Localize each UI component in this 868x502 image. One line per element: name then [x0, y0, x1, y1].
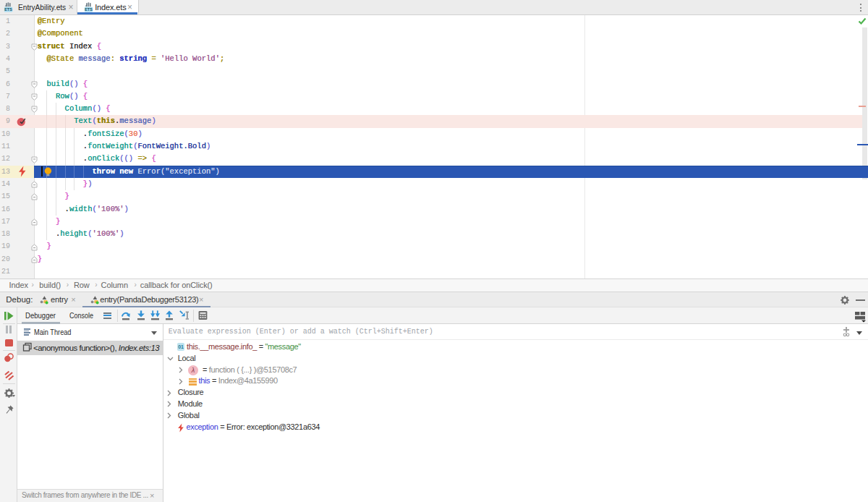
svg-text:ETS: ETS: [4, 7, 12, 12]
svg-text:ETS: ETS: [85, 7, 93, 12]
